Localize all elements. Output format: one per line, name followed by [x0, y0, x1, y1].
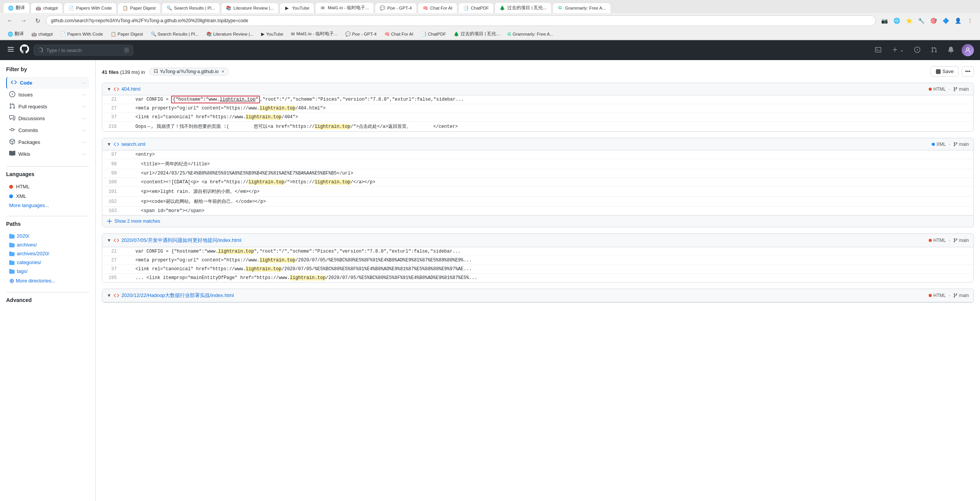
- line-num-37[interactable]: 37: [102, 114, 121, 121]
- more-options-button[interactable]: •••: [962, 66, 974, 77]
- bookmark-mail[interactable]: ✉ Mail1.io - 临时电子...: [288, 30, 340, 38]
- user-avatar[interactable]: [962, 44, 974, 56]
- bookmark-poe[interactable]: 💬 Poe - GPT-4: [342, 30, 380, 38]
- tab-mail[interactable]: ✉ Mail1.io - 临时电子...: [315, 2, 374, 13]
- tab-youtube[interactable]: ▶ YouTube: [279, 3, 314, 13]
- address-input[interactable]: [46, 15, 876, 26]
- path-item-2020[interactable]: 2020/: [6, 232, 89, 240]
- path-item-archives[interactable]: archives/: [6, 240, 89, 249]
- more-languages-link[interactable]: More languages...: [6, 201, 89, 210]
- forward-button[interactable]: →: [18, 15, 29, 26]
- tab-search-results[interactable]: 🔍 Search Results | Pl...: [162, 3, 220, 13]
- star-icon[interactable]: ⭐: [903, 15, 914, 26]
- tab-literature[interactable]: 📚 Literature Review |...: [221, 3, 279, 13]
- tab-papers[interactable]: 📄 Papers With Code: [64, 3, 117, 13]
- line-num-2020-195[interactable]: 195: [102, 274, 121, 281]
- line-num-27[interactable]: 27: [102, 105, 121, 112]
- bookmark-paper-digest[interactable]: 📋 Paper Digest: [108, 30, 146, 38]
- sidebar-item-wikis[interactable]: Wikis: [6, 148, 89, 160]
- line-num-98[interactable]: 98: [102, 161, 121, 168]
- file-link-searchxml[interactable]: search.xml: [121, 141, 145, 147]
- path-item-categories[interactable]: categories/: [6, 258, 89, 267]
- lang-dot-searchxml: [932, 143, 935, 146]
- collapse-btn-hadoop[interactable]: ▼: [107, 293, 111, 298]
- save-button[interactable]: Save: [931, 66, 959, 77]
- bookmark-translate[interactable]: 🌐 翻译: [5, 30, 27, 38]
- bookmark-literature[interactable]: 📚 Literature Review |...: [203, 30, 256, 38]
- line-num-101[interactable]: 101: [102, 188, 121, 195]
- repo-tag-close[interactable]: ×: [222, 69, 224, 74]
- bookmark-favicon-past: 🌲: [454, 31, 459, 37]
- github-search-box[interactable]: Type / to search /: [34, 45, 133, 55]
- reload-button[interactable]: ↻: [32, 15, 43, 26]
- line-num-102[interactable]: 102: [102, 198, 121, 205]
- lang-item-xml[interactable]: XML: [6, 191, 89, 201]
- show-more-btn-searchxml[interactable]: Show 2 more matches: [102, 215, 973, 227]
- tab-label-literature: Literature Review |...: [234, 6, 274, 10]
- line-num-216[interactable]: 216: [102, 123, 121, 130]
- plus-icon[interactable]: [889, 44, 906, 56]
- file-link-hadoop[interactable]: 2020/12/22/Hadoop大数据行业部署实战/index.html: [121, 292, 234, 299]
- bookmark-chatpdf[interactable]: 📑 ChatPDF: [418, 30, 449, 38]
- screenshot-icon[interactable]: 📷: [879, 15, 890, 26]
- path-item-tags[interactable]: tags/: [6, 267, 89, 276]
- bookmark-grammarly[interactable]: G Grammarly: Free A...: [505, 31, 557, 38]
- sidebar-item-issues[interactable]: Issues: [6, 89, 89, 101]
- sidebar-item-pullrequests[interactable]: Pull requests: [6, 101, 89, 113]
- extension-icon2[interactable]: 🎯: [928, 15, 939, 26]
- bookmark-papers[interactable]: 📄 Papers With Code: [57, 30, 106, 38]
- line-num-100[interactable]: 100: [102, 179, 121, 186]
- line-num-103[interactable]: 103: [102, 207, 121, 214]
- avatar-icon[interactable]: 👤: [952, 15, 963, 26]
- bookmark-label-literature: Literature Review |...: [213, 32, 253, 36]
- tab-chat-ai[interactable]: 🧠 Chat For AI: [418, 3, 457, 13]
- github-header: Type / to search /: [0, 40, 980, 60]
- file-link-404[interactable]: 404.html: [121, 86, 140, 92]
- back-button[interactable]: ←: [5, 15, 15, 26]
- path-item-archives-2020[interactable]: archives/2020/: [6, 249, 89, 258]
- bookmark-search[interactable]: 🔍 Search Results | Pl...: [148, 30, 202, 38]
- extension-icon1[interactable]: 🔧: [916, 15, 926, 26]
- lang-badge-2020: HTML: [929, 238, 946, 243]
- tab-poe[interactable]: 💬 Poe - GPT-4: [375, 3, 417, 13]
- sidebar-item-commits[interactable]: Commits: [6, 124, 89, 136]
- bookmark-past[interactable]: 🌲 过去的项目 | 瓦伦...: [451, 30, 503, 38]
- issues-icon[interactable]: [911, 44, 923, 56]
- terminal-icon[interactable]: [872, 44, 884, 56]
- file-link-2020[interactable]: 2020/07/05/开发中遇到问题如何更好地提问/index.html: [121, 237, 242, 244]
- tab-chatgpt[interactable]: 🤖 chatgpt: [31, 3, 63, 13]
- collapse-btn-searchxml[interactable]: ▼: [107, 142, 111, 147]
- hamburger-menu[interactable]: [6, 45, 15, 56]
- translate-icon[interactable]: 🌐: [891, 15, 902, 26]
- bookmark-chatgpt[interactable]: 🤖 chatgpt: [28, 30, 56, 38]
- tab-translate[interactable]: 🌐 翻译: [3, 2, 30, 13]
- github-logo[interactable]: [20, 44, 29, 56]
- tab-paper-digest[interactable]: 📋 Paper Digest: [118, 3, 160, 13]
- line-num-2020-37[interactable]: 37: [102, 266, 121, 273]
- tab-past-projects[interactable]: 🌲 过去的项目 | 瓦伦...: [495, 2, 552, 13]
- line-num-21[interactable]: 21: [102, 96, 121, 103]
- more-directories-link[interactable]: ⊕ More directories...: [6, 276, 89, 286]
- pr-icon[interactable]: [928, 44, 940, 56]
- tab-grammarly[interactable]: G Grammarly: Free A...: [552, 3, 611, 13]
- line-num-99[interactable]: 99: [102, 170, 121, 177]
- extension-icon3[interactable]: 🔷: [940, 15, 951, 26]
- bookmark-chat-ai[interactable]: 🧠 Chat For AI: [381, 30, 416, 38]
- sidebar-item-code[interactable]: Code: [6, 77, 89, 89]
- bookmark-favicon-chatpdf: 📑: [421, 31, 426, 37]
- bookmark-label-grammarly: Grammarly: Free A...: [513, 32, 554, 36]
- collapse-btn-404[interactable]: ▼: [107, 86, 111, 92]
- lang-item-html[interactable]: HTML: [6, 182, 89, 191]
- line-num-2020-27[interactable]: 27: [102, 257, 121, 264]
- collapse-btn-2020[interactable]: ▼: [107, 238, 111, 243]
- sidebar-item-packages[interactable]: Packages: [6, 136, 89, 148]
- tab-chatpdf[interactable]: 📑 ChatPDF: [458, 3, 494, 13]
- line-num-2020-21[interactable]: 21: [102, 248, 121, 255]
- issues-badge: [82, 95, 86, 95]
- sidebar-item-discussions[interactable]: Discussions: [6, 113, 89, 124]
- inbox-icon[interactable]: [945, 44, 957, 56]
- menu-icon[interactable]: ⋮: [965, 15, 975, 26]
- line-num-97[interactable]: 97: [102, 151, 121, 158]
- line-content-97: <entry>: [121, 151, 973, 158]
- bookmark-youtube[interactable]: ▶ YouTube: [258, 30, 286, 38]
